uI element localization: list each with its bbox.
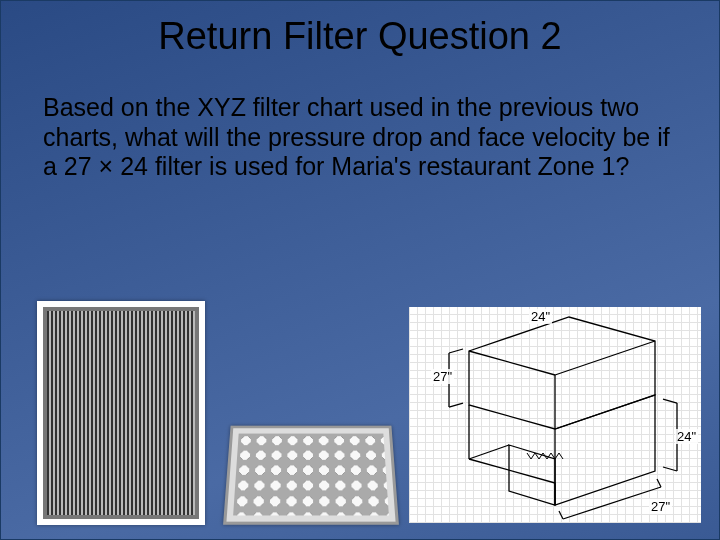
svg-line-17	[657, 479, 661, 487]
perforation-pattern	[233, 434, 389, 516]
svg-line-13	[663, 399, 677, 403]
dim-label-top-left: 27"	[431, 369, 454, 384]
dim-label-top-right: 24"	[529, 309, 552, 324]
svg-line-16	[559, 511, 563, 519]
svg-line-11	[449, 403, 463, 407]
svg-line-14	[663, 467, 677, 471]
duct-svg	[409, 307, 701, 523]
svg-line-8	[469, 445, 509, 459]
grille-fins	[43, 307, 199, 519]
slide-title: Return Filter Question 2	[1, 15, 719, 58]
svg-marker-9	[509, 445, 555, 505]
filter-perforated-photo	[223, 426, 399, 525]
filter-grille-photo	[37, 301, 205, 525]
image-area: 27" 24" 24" 27"	[33, 301, 699, 525]
slide: Return Filter Question 2 Based on the XY…	[0, 0, 720, 540]
dim-label-bottom: 27"	[649, 499, 672, 514]
svg-line-6	[469, 459, 555, 483]
dim-label-right: 24"	[675, 429, 698, 444]
svg-line-10	[449, 349, 463, 353]
svg-line-18	[563, 487, 661, 519]
duct-isometric-diagram: 27" 24" 24" 27"	[409, 307, 701, 523]
slide-body-text: Based on the XYZ filter chart used in th…	[43, 93, 673, 182]
